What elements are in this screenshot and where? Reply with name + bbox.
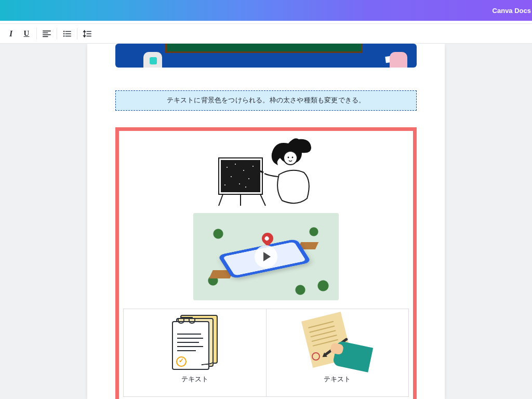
- svg-point-5: [227, 167, 228, 168]
- student-right-graphic: [380, 45, 414, 68]
- bulleted-list-button[interactable]: [59, 26, 75, 41]
- toolbar-divider: [77, 28, 77, 39]
- card-label: テキスト: [129, 375, 261, 384]
- italic-icon: I: [9, 29, 12, 38]
- format-toolbar: I U: [0, 24, 532, 44]
- svg-point-11: [252, 166, 254, 167]
- card-label: テキスト: [272, 375, 404, 384]
- svg-point-9: [248, 178, 249, 179]
- svg-rect-3: [221, 160, 260, 192]
- svg-point-16: [292, 157, 294, 158]
- list-bullet-icon: [62, 29, 72, 38]
- svg-point-15: [288, 157, 289, 158]
- svg-point-14: [284, 151, 297, 165]
- svg-point-7: [243, 170, 244, 171]
- svg-point-2: [63, 35, 65, 37]
- play-icon[interactable]: [255, 245, 277, 268]
- hand-signing-icon: [303, 315, 371, 371]
- painter-illustration[interactable]: [211, 136, 321, 209]
- document-page[interactable]: テキストに背景色をつけられる。枠の太さや種類も変更できる。: [87, 44, 445, 399]
- hero-illustration: [115, 44, 417, 68]
- underline-button[interactable]: U: [19, 26, 34, 41]
- svg-point-13: [245, 187, 246, 188]
- app-header: Canva Docs: [0, 0, 532, 21]
- svg-point-1: [63, 33, 65, 34]
- info-callout-text: テキストに背景色をつけられる。枠の太さや種類も変更できる。: [167, 97, 366, 104]
- chalkboard-graphic: [165, 44, 363, 53]
- italic-button[interactable]: I: [3, 26, 19, 41]
- line-spacing-button[interactable]: [79, 26, 95, 41]
- card-cell[interactable]: テキスト: [267, 309, 409, 396]
- toolbar-divider: [57, 28, 57, 39]
- underline-icon: U: [24, 29, 30, 38]
- editor-workspace: テキストに背景色をつけられる。枠の太さや種類も変更できる。: [0, 44, 532, 399]
- align-left-icon: [42, 29, 51, 38]
- line-spacing-icon: [83, 29, 92, 38]
- svg-point-0: [63, 31, 65, 32]
- card-table: テキスト テキスト: [123, 309, 409, 397]
- student-left-graphic: [138, 45, 168, 68]
- svg-point-8: [231, 176, 232, 177]
- svg-point-10: [239, 183, 240, 184]
- video-thumbnail[interactable]: [193, 213, 339, 300]
- info-callout[interactable]: テキストに背景色をつけられる。枠の太さや種類も変更できる。: [115, 90, 417, 111]
- svg-point-6: [235, 164, 236, 165]
- svg-point-12: [224, 184, 225, 185]
- legal-document-icon: [171, 315, 219, 371]
- app-brand: Canva Docs: [493, 7, 532, 15]
- card-cell[interactable]: テキスト: [124, 309, 267, 396]
- align-button[interactable]: [39, 26, 55, 41]
- highlighted-section: テキスト テキスト: [115, 127, 417, 399]
- toolbar-divider: [36, 28, 37, 39]
